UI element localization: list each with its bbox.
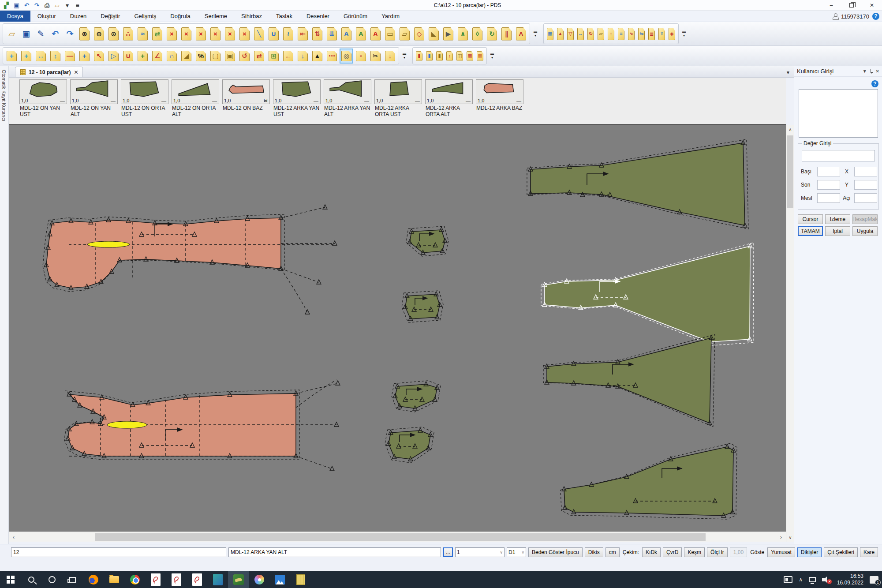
menu-değiştir[interactable]: Değiştir [93,11,127,22]
draw-curve-tool-icon[interactable]: ∪ [267,25,280,43]
menu-taslak[interactable]: Taslak [269,11,299,22]
text-edit-tool-icon[interactable]: A [354,25,368,43]
chrome-app[interactable] [124,571,145,588]
pleats-tool-icon[interactable]: ∥ [500,25,513,43]
task-view-button[interactable] [62,571,83,588]
menu-dosya[interactable]: Dosya [0,11,30,22]
undo-tool-icon[interactable]: ↶ [49,25,62,43]
quantity-field[interactable]: 1∨ [455,547,505,557]
save-as-tool-icon[interactable]: ✎ [34,25,48,43]
walk-pieces-tool-icon[interactable]: ⇄ [150,25,164,43]
minimize-button[interactable]: – [821,0,841,10]
scroll-down-icon[interactable]: ∨ [786,533,794,542]
network-tray-icon[interactable] [809,577,816,582]
save-icon[interactable]: ▣ [13,1,20,9]
undo-icon[interactable]: ↶ [23,1,30,9]
tamam-button[interactable]: TAMAM [798,226,823,236]
redo-icon[interactable]: ↷ [33,1,41,9]
export-icon[interactable]: ▱ [53,1,61,9]
swing-tool-icon[interactable]: ↺ [238,49,251,64]
restore-button[interactable] [841,0,862,10]
distribute-h-tool-icon[interactable]: ⇊ [325,25,339,43]
basi-field[interactable] [817,167,840,176]
paint-app[interactable] [249,571,269,588]
move-all-tool-icon[interactable]: + [78,49,91,64]
piece-thumbnail[interactable]: 1,0—MDL-12 ON ORTA UST [121,79,172,124]
piece-preview-zoom-tool-icon[interactable]: ◎ [340,49,353,64]
thumbnail-corner-icon[interactable]: — [212,98,217,103]
print-icon[interactable]: ⎙ [43,1,51,9]
mesf-field[interactable] [817,193,840,203]
seam-edit-tool-icon[interactable]: ▣ [223,49,237,64]
scroll-up-icon[interactable]: ∧ [786,125,794,134]
curve-add-tool-icon[interactable]: + [136,49,149,64]
redo-tool-icon[interactable]: ↷ [63,25,77,43]
menu-yardım[interactable]: Yardım [374,11,407,22]
measure-table-tool-icon[interactable]: ▦ [465,49,475,64]
olchr-button[interactable]: ÖlçHr [707,547,728,557]
grade-misc-tool-icon[interactable]: ◈ [667,25,676,43]
panel-chevron-icon[interactable]: ▼ [863,69,867,74]
shoe-doc-app-2[interactable] [166,571,187,588]
kidk-button[interactable]: KıDk [642,547,661,557]
izleme-button[interactable]: Izleme [825,214,850,224]
menu-doğrula[interactable]: Doğrula [163,11,198,22]
thumbnail-corner-icon[interactable]: — [161,98,166,103]
scissors-cut-tool-icon[interactable]: ✂ [369,49,382,64]
measure-slant-tool-icon[interactable]: ▮ [425,49,434,64]
rotate-dart-tool-icon[interactable]: ↻ [485,25,499,43]
panel-pin-icon[interactable] [870,69,873,74]
measure-piece-tool-icon[interactable]: ◫ [455,49,464,64]
piece-id-field[interactable]: 12 [11,547,226,557]
measure-curve-tool-icon[interactable]: ▮ [435,49,444,64]
edit-curve-tool-icon[interactable]: ≈ [136,25,149,43]
zoom-in-tool-icon[interactable]: ⊕ [78,25,91,43]
save-tool-icon[interactable]: ▣ [19,25,33,43]
toolbar-overflow-icon[interactable]: ▬▾ [401,52,408,60]
more-button[interactable]: ... [443,547,453,557]
piece-thumbnail[interactable]: 1,0—MDL-12 ARKA ORTA ALT [425,79,476,124]
pattern-canvas[interactable] [9,125,786,532]
move-point-tool-icon[interactable]: + [5,49,19,64]
notification-icon[interactable]: 1 [870,576,878,584]
move-smooth-tool-icon[interactable]: + [19,49,33,64]
edit-points-tool-icon[interactable]: ∴ [121,25,135,43]
scroll-right-icon[interactable]: › [776,532,786,542]
dikis-button[interactable]: Dikis [585,547,603,557]
zoom-out-tool-icon[interactable]: ⊖ [92,25,106,43]
piece-thumbnail[interactable]: 1,0—MDL-12 ON YAN UST [19,79,70,124]
vertical-scroll-thumb[interactable] [787,135,793,208]
delete-segment-tool-icon[interactable]: × [209,25,222,43]
piece-thumbnail[interactable]: 1,0—MDL-12 ARKA YAN ALT [324,79,374,124]
tray-chevron-icon[interactable]: ∧ [799,577,803,583]
piece-thumbnail[interactable]: 1,0—MDL-12 ON ORTA ALT [172,79,222,124]
tab-close-icon[interactable]: ✕ [74,69,78,75]
search-button[interactable] [21,571,41,588]
group-tool-icon[interactable]: ⊞ [267,49,280,64]
photos-app[interactable] [269,571,290,588]
toolbar-overflow-icon[interactable]: ▬▾ [489,52,496,60]
size-select[interactable]: D1∨ [507,547,526,557]
draw-line-tool-icon[interactable]: ╲ [252,25,266,43]
measure-updown-tool-icon[interactable]: ↕ [445,49,454,64]
thumbnail-corner-icon[interactable]: ⊟ [264,97,268,103]
firefox-app[interactable] [83,571,104,588]
copy-piece-tool-icon[interactable]: ▱ [398,25,411,43]
menu-duzen[interactable]: Duzen [63,11,94,22]
open-tool-icon[interactable]: ▱ [5,25,19,43]
toolbar-overflow-icon[interactable]: ▬▾ [532,30,539,38]
zoom-fit-tool-icon[interactable]: ⊙ [107,25,120,43]
add-dart-tool-icon[interactable]: ∧ [456,25,470,43]
text-delete-tool-icon[interactable]: A [369,25,382,43]
y-field[interactable] [854,180,877,190]
menu-sihirbaz[interactable]: Sihirbaz [234,11,269,22]
panel-close-icon[interactable]: ✕ [876,69,879,74]
dikisler-button[interactable]: Dikişler [797,547,822,557]
cursor-button[interactable]: Cursor [798,214,823,224]
horizontal-scrollbar[interactable]: ‹ › [9,532,786,542]
file-explorer-app[interactable] [104,571,124,588]
measure-vertical-tool-icon[interactable]: ▮ [415,49,424,64]
piece-arka-orta-fan[interactable] [543,334,715,427]
pick-up-tool-icon[interactable]: ▲ [310,49,324,64]
grade-walk-tool-icon[interactable]: ∿ [627,25,636,43]
